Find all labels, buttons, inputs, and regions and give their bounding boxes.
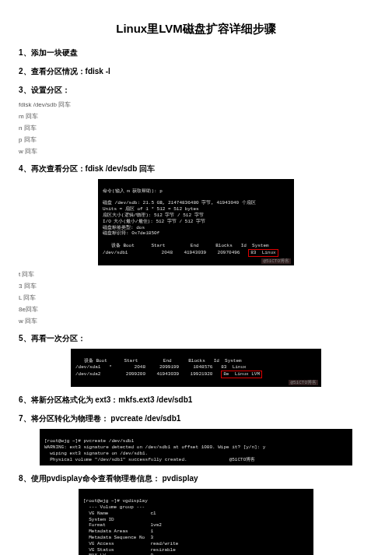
term-line: 磁盘标识符: 0x7de1850f [103, 230, 159, 236]
cmd-line: 3 回车 [19, 282, 373, 290]
cmd-line: p 回车 [19, 135, 373, 144]
cmd-line: w 回车 [19, 147, 373, 156]
cmd-line: L 回车 [19, 293, 373, 302]
section-6: 6、将新分区格式化为 ext3：mkfs.ext3 /dev/sdb1 [19, 395, 373, 406]
term-line: Format lvm2 [83, 522, 162, 528]
terminal-output-1: 命令(输入 m 获取帮助): p 磁盘 /dev/sdb: 21.5 GB, 2… [98, 179, 294, 265]
term-line: 设备 Boot Start End Blocks Id System [103, 243, 269, 248]
term-line: wiping ext3 signature on /dev/sdb1. [44, 451, 148, 456]
section-7: 7、将分区转化为物理卷： pvcreate /dev/sdb1 [19, 413, 373, 424]
cmd-line: fdisk /dev/sdb 回车 [19, 100, 373, 109]
section-2: 2、查看分区情况：fdisk -l [19, 66, 373, 77]
section-4: 4、再次查看分区：fdisk /dev/sdb 回车 [19, 163, 373, 174]
section-8: 8、使用pvdisplay命令查看物理卷信息： pvdisplay [19, 473, 373, 484]
term-line: VG Status resizable [83, 547, 176, 553]
term-line: Metadata Areas 1 [83, 529, 153, 534]
section-3: 3、设置分区： [19, 85, 373, 96]
watermark: @51CTO博客 [289, 380, 318, 386]
term-line: /dev/sda1 * 2048 2099199 1048576 83 Linu… [75, 364, 247, 370]
cmd-line: w 回车 [19, 317, 373, 325]
cmd-line: n 回车 [19, 124, 373, 132]
term-line: VG Name cl [83, 511, 156, 516]
cmd-line: 8e回车 [19, 305, 373, 314]
term-line: --- Volume group --- [83, 504, 145, 510]
term-line: 设备 Boot Start End Blocks Id System [75, 358, 242, 364]
term-line: 磁盘标签类型: dos [103, 225, 145, 230]
highlight-id-system: 83 Linux [248, 249, 278, 257]
cmd-line: t 回车 [19, 270, 373, 279]
term-line: WARNING: ext3 signature detected on /dev… [44, 444, 265, 450]
section-5: 5、再看一次分区： [19, 333, 373, 344]
highlight-id-system: 8e Linux LVM [221, 371, 262, 378]
terminal-output-3: [root@wjg ~]# pvcreate /dev/sdb1 WARNING… [40, 429, 352, 465]
term-line: 命令(输入 m 获取帮助): p [103, 188, 163, 194]
term-line: VG Access read/write [83, 541, 178, 546]
term-line: Metadata Sequence No 3 [83, 535, 153, 540]
page-title: Linux里LVM磁盘扩容详细步骤 [19, 22, 373, 37]
terminal-output-4: [root@wjg ~]# vgdisplay --- Volume group… [79, 489, 313, 555]
cmd-line: m 回车 [19, 112, 373, 121]
term-line: 扇区大小(逻辑/物理): 512 字节 / 512 字节 [103, 213, 204, 218]
term-line: I/O 大小(最小/最佳): 512 字节 / 512 字节 [103, 219, 205, 224]
term-line: 磁盘 /dev/sdb: 21.5 GB, 21474836480 字节, 41… [103, 200, 256, 205]
section-1: 1、添加一块硬盘 [19, 47, 373, 58]
term-line: Physical volume "/dev/sdb1" successfully… [44, 457, 255, 462]
term-line: System ID [83, 517, 114, 522]
term-line: Units = 扇区 of 1 * 512 = 512 bytes [103, 206, 199, 212]
terminal-output-2: 设备 Boot Start End Blocks Id System /dev/… [71, 349, 321, 387]
term-line: [root@wjg ~]# vgdisplay [83, 498, 148, 504]
watermark: @51CTO博客 [261, 258, 291, 265]
term-line: [root@wjg ~]# pvcreate /dev/sdb1 [44, 438, 134, 444]
